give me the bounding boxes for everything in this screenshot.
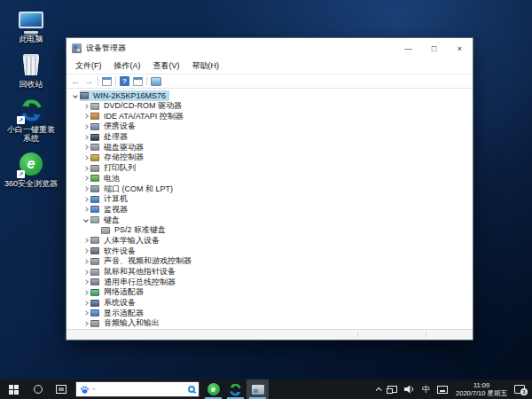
tree-item-ports[interactable]: 端口 (COM 和 LPT) bbox=[66, 184, 473, 194]
expand-chevron[interactable] bbox=[81, 301, 90, 305]
keyboard-icon bbox=[437, 386, 448, 394]
tree-item-software-devices[interactable]: 软件设备 bbox=[66, 246, 473, 256]
search-input[interactable]: ^ bbox=[75, 381, 200, 397]
expand-chevron[interactable] bbox=[81, 176, 90, 180]
taskbar-device-manager[interactable] bbox=[246, 379, 269, 399]
menu-view[interactable]: 查看(V) bbox=[147, 59, 186, 74]
system-tray: 中 11:09 2020/7/10 星期五 3 bbox=[372, 379, 532, 399]
menu-file[interactable]: 文件(F) bbox=[69, 59, 108, 74]
tree-item-monitors[interactable]: 监视器 bbox=[66, 205, 473, 215]
storage-controller-icon bbox=[90, 154, 99, 161]
tree-item-keyboards[interactable]: 键盘 bbox=[66, 215, 473, 225]
tree-item-computer[interactable]: 计算机 bbox=[66, 194, 473, 205]
tree-item-hid-devices[interactable]: 人体学输入设备 bbox=[66, 236, 473, 246]
tree-item-system-devices[interactable]: 系统设备 bbox=[66, 298, 473, 309]
expand-chevron[interactable] bbox=[81, 239, 90, 242]
expand-chevron[interactable] bbox=[81, 291, 90, 294]
expand-chevron[interactable] bbox=[81, 198, 90, 201]
back-button[interactable]: ← bbox=[71, 76, 81, 86]
tree-item-ps2-keyboard[interactable]: PS/2 标准键盘 bbox=[66, 225, 473, 236]
taskbar-360-browser[interactable]: e bbox=[202, 379, 224, 399]
properties-window-icon[interactable] bbox=[133, 77, 143, 86]
device-manager-window: 设备管理器 — □ × 文件(F)操作(A)查看(V)帮助(H) ←→? WIN… bbox=[66, 37, 473, 340]
tree-item-portable-devices[interactable]: 便携设备 bbox=[66, 121, 473, 132]
chevron-collapsed-icon bbox=[83, 113, 89, 119]
expand-chevron[interactable] bbox=[81, 218, 90, 222]
dvd-drive-icon bbox=[90, 103, 99, 110]
scan-computer-icon[interactable] bbox=[151, 77, 161, 86]
expand-chevron[interactable] bbox=[81, 270, 90, 274]
expand-chevron[interactable] bbox=[81, 136, 90, 139]
device-tree[interactable]: WIN-2K5KP16MS76DVD/CD-ROM 驱动器IDE ATA/ATA… bbox=[66, 89, 473, 329]
expand-chevron[interactable] bbox=[81, 105, 90, 108]
menu-action[interactable]: 操作(A) bbox=[108, 59, 147, 74]
taskbar-xiaobai[interactable] bbox=[224, 379, 246, 399]
chevron-expanded-icon bbox=[73, 93, 78, 98]
tree-item-storage-controllers[interactable]: 存储控制器 bbox=[66, 153, 473, 163]
expand-chevron[interactable] bbox=[81, 167, 90, 170]
maximize-button[interactable]: □ bbox=[421, 38, 447, 59]
desktop-icon-xiaobai-reinstall[interactable]: ↗小白一键重装系统 bbox=[2, 94, 60, 148]
expand-chevron[interactable] bbox=[81, 207, 90, 211]
expand-chevron[interactable] bbox=[81, 187, 90, 191]
battery-icon bbox=[90, 175, 99, 182]
expand-chevron[interactable] bbox=[81, 260, 90, 263]
console-window-icon[interactable] bbox=[102, 77, 112, 86]
desktop-icon-label: 360安全浏览器 bbox=[4, 179, 58, 188]
action-center-button[interactable]: 3 bbox=[514, 385, 525, 394]
chevron-collapsed-icon bbox=[83, 145, 89, 150]
tree-item-processors[interactable]: 处理器 bbox=[66, 132, 473, 143]
expand-chevron[interactable] bbox=[81, 114, 90, 118]
help-icon[interactable]: ? bbox=[120, 76, 129, 86]
expand-chevron[interactable] bbox=[81, 145, 90, 149]
tree-item-display-adapters[interactable]: 显示适配器 bbox=[66, 308, 473, 318]
tree-item-batteries[interactable]: 电池 bbox=[66, 174, 473, 184]
menu-help[interactable]: 帮助(H) bbox=[186, 59, 226, 74]
task-view-button[interactable] bbox=[50, 379, 73, 399]
tree-item-ide-controllers[interactable]: IDE ATA/ATAPI 控制器 bbox=[66, 111, 473, 121]
tree-item-print-queues[interactable]: 打印队列 bbox=[66, 163, 473, 174]
touch-keyboard-button[interactable] bbox=[434, 379, 451, 399]
desktop-icon-this-pc[interactable]: 此电脑 bbox=[2, 4, 60, 49]
title-bar[interactable]: 设备管理器 — □ × bbox=[66, 38, 473, 59]
tree-item-disk-drives[interactable]: 磁盘驱动器 bbox=[66, 142, 473, 153]
expand-chevron[interactable] bbox=[81, 125, 90, 129]
tree-item-content: 软件设备 bbox=[90, 246, 139, 256]
expand-chevron[interactable] bbox=[81, 280, 90, 284]
cortana-button[interactable] bbox=[27, 379, 50, 399]
tree-item-dvd-cdrom[interactable]: DVD/CD-ROM 驱动器 bbox=[66, 101, 473, 112]
forward-button[interactable]: → bbox=[84, 76, 94, 86]
desktop-icon-recycle-bin[interactable]: 回收站 bbox=[2, 49, 60, 94]
tree-item-content: 磁盘驱动器 bbox=[90, 142, 147, 153]
device-manager-icon bbox=[72, 43, 82, 53]
tree-item-network-adapters[interactable]: 网络适配器 bbox=[66, 287, 473, 298]
clock[interactable]: 11:09 2020/7/10 星期五 bbox=[451, 381, 512, 397]
expand-chevron[interactable] bbox=[81, 156, 90, 160]
tree-item-root-computer[interactable]: WIN-2K5KP16MS76 bbox=[66, 90, 473, 101]
chevron-collapsed-icon bbox=[83, 301, 89, 306]
tree-item-content: 便携设备 bbox=[90, 121, 139, 132]
network-tray-button[interactable] bbox=[384, 379, 401, 399]
disk-drive-icon bbox=[90, 144, 99, 151]
start-button[interactable] bbox=[0, 379, 27, 399]
ime-indicator[interactable]: 中 bbox=[419, 379, 434, 399]
expand-chevron[interactable] bbox=[81, 311, 90, 315]
desktop-icon-360-browser[interactable]: ↗360安全浏览器 bbox=[2, 148, 60, 193]
speaker-icon bbox=[90, 258, 99, 265]
tree-item-audio-io[interactable]: 音频输入和输出 bbox=[66, 318, 473, 329]
volume-tray-button[interactable] bbox=[401, 379, 419, 399]
tree-item-mice[interactable]: 鼠标和其他指针设备 bbox=[66, 267, 473, 278]
close-button[interactable]: × bbox=[447, 38, 473, 59]
expand-chevron[interactable] bbox=[81, 322, 90, 325]
system-device-icon bbox=[90, 300, 99, 307]
minimize-button[interactable]: — bbox=[395, 38, 421, 59]
expand-chevron[interactable] bbox=[81, 249, 90, 253]
toolbar-separator bbox=[146, 76, 147, 86]
tree-item-usb-controllers[interactable]: 通用串行总线控制器 bbox=[66, 277, 473, 287]
tray-expand-button[interactable] bbox=[372, 379, 384, 399]
desktop-icon-label: 小白一键重装系统 bbox=[4, 125, 59, 143]
toolbar-separator bbox=[115, 76, 116, 86]
expand-chevron[interactable] bbox=[70, 94, 80, 98]
tree-item-sound-controllers[interactable]: 声音、视频和游戏控制器 bbox=[66, 256, 473, 267]
chevron-collapsed-icon bbox=[83, 279, 89, 285]
